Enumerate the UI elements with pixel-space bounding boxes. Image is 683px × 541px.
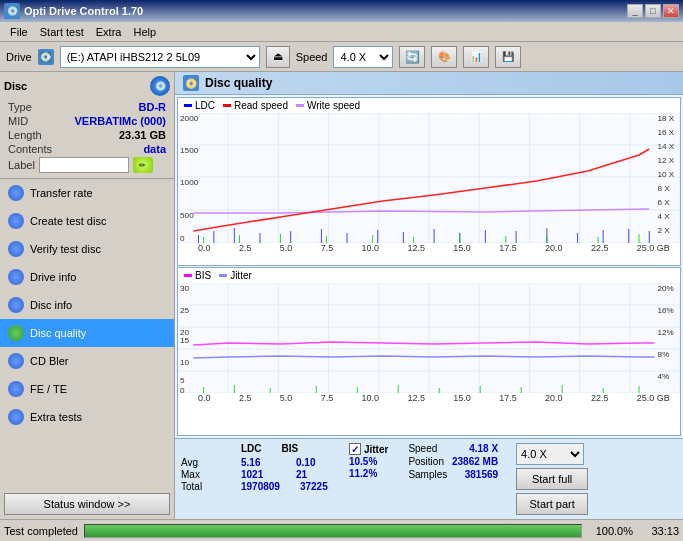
svg-text:2 X: 2 X — [657, 226, 670, 235]
disc-section: Disc 💿 Type BD-R MID VERBATIMc (000) Len… — [0, 72, 174, 179]
transfer-rate-icon — [8, 185, 24, 201]
speed-position-section: Speed 4.18 X Position 23862 MB Samples 3… — [408, 443, 498, 480]
eject-button[interactable]: ⏏ — [266, 46, 290, 68]
svg-text:16%: 16% — [657, 306, 673, 315]
disc-mid-value: VERBATIMc (000) — [75, 115, 166, 127]
menu-help[interactable]: Help — [127, 24, 162, 40]
start-full-button[interactable]: Start full — [516, 468, 588, 490]
avg-row: Avg 5.16 0.10 — [181, 457, 335, 468]
disc-label-input[interactable] — [39, 157, 129, 173]
max-ldc: 1021 — [241, 469, 276, 480]
quality-title: Disc quality — [205, 76, 272, 90]
fe-te-icon — [8, 381, 24, 397]
bottom-chart: BIS Jitter — [177, 267, 681, 436]
svg-text:10: 10 — [180, 358, 190, 367]
start-part-button[interactable]: Start part — [516, 493, 588, 515]
drive-select[interactable]: (E:) ATAPI iHBS212 2 5L09 — [60, 46, 260, 68]
quality-icon: 📀 — [183, 75, 199, 91]
ldc-bis-header: LDC BIS — [181, 443, 335, 456]
quality-header: 📀 Disc quality — [175, 72, 683, 95]
disc-mid-label: MID — [8, 115, 28, 127]
nav-extra-tests-label: Extra tests — [30, 411, 82, 423]
top-chart-area: 2000 1500 1000 500 0 18 X 16 X 14 X 12 X… — [178, 113, 680, 243]
bottom-chart-area: 30 25 20 15 10 5 0 20% 16% 12% 8% 4% — [178, 283, 680, 393]
speed-row: Speed 4.18 X — [408, 443, 498, 454]
bottom-chart-legend: BIS Jitter — [178, 268, 680, 283]
svg-text:16 X: 16 X — [657, 128, 674, 137]
samples-label: Samples — [408, 469, 447, 480]
avg-bis: 0.10 — [296, 457, 331, 468]
jitter-checkbox[interactable]: ✓ — [349, 443, 361, 455]
bis-legend-dot — [184, 274, 192, 277]
nav-items: Transfer rate Create test disc Verify te… — [0, 179, 174, 489]
nav-fe-te[interactable]: FE / TE — [0, 375, 174, 403]
svg-text:8 X: 8 X — [657, 184, 670, 193]
total-ldc: 1970809 — [241, 481, 280, 492]
disc-label-label: Label — [8, 159, 35, 171]
ldc-legend-dot — [184, 104, 192, 107]
disc-label-row: Label ✏ — [4, 156, 170, 174]
ldc-bis-table: LDC BIS Avg 5.16 0.10 Max 1021 21 Tota — [181, 443, 335, 492]
stats-row: LDC BIS Avg 5.16 0.10 Max 1021 21 Tota — [181, 443, 677, 515]
max-bis: 21 — [296, 469, 331, 480]
svg-text:0: 0 — [180, 234, 185, 243]
minimize-button[interactable]: _ — [627, 4, 643, 18]
ldc-legend: LDC — [184, 100, 215, 111]
disc-quality-icon — [8, 325, 24, 341]
top-chart-legend: LDC Read speed Write speed — [178, 98, 680, 113]
speed-static-label: Speed — [408, 443, 437, 454]
svg-text:6 X: 6 X — [657, 198, 670, 207]
progress-bar-inner — [85, 525, 581, 537]
svg-text:14 X: 14 X — [657, 142, 674, 151]
svg-text:1500: 1500 — [180, 146, 199, 155]
cd-bler-icon — [8, 353, 24, 369]
write-speed-legend: Write speed — [296, 100, 360, 111]
right-panel: 📀 Disc quality LDC Read speed — [175, 72, 683, 519]
svg-text:25: 25 — [180, 306, 190, 315]
maximize-button[interactable]: □ — [645, 4, 661, 18]
speed-label: Speed — [296, 51, 328, 63]
menu-start-test[interactable]: Start test — [34, 24, 90, 40]
read-speed-legend-label: Read speed — [234, 100, 288, 111]
left-panel: Disc 💿 Type BD-R MID VERBATIMc (000) Len… — [0, 72, 175, 519]
nav-disc-info[interactable]: Disc info — [0, 291, 174, 319]
label-edit-button[interactable]: ✏ — [133, 157, 153, 173]
nav-create-test-disc-label: Create test disc — [30, 215, 106, 227]
save-button[interactable]: 💾 — [495, 46, 521, 68]
menu-file[interactable]: File — [4, 24, 34, 40]
nav-drive-info-label: Drive info — [30, 271, 76, 283]
color-button[interactable]: 🎨 — [431, 46, 457, 68]
chart-button[interactable]: 📊 — [463, 46, 489, 68]
menu-extra[interactable]: Extra — [90, 24, 128, 40]
position-value: 23862 MB — [452, 456, 498, 467]
read-speed-legend: Read speed — [223, 100, 288, 111]
nav-cd-bler[interactable]: CD Bler — [0, 347, 174, 375]
action-section: 4.0 X Start full Start part — [516, 443, 588, 515]
title-bar-controls: _ □ ✕ — [627, 4, 679, 18]
status-window-button[interactable]: Status window >> — [4, 493, 170, 515]
nav-create-test-disc[interactable]: Create test disc — [0, 207, 174, 235]
drive-label: Drive — [6, 51, 32, 63]
disc-type-row: Type BD-R — [4, 100, 170, 114]
svg-text:30: 30 — [180, 284, 190, 293]
nav-disc-quality[interactable]: Disc quality — [0, 319, 174, 347]
avg-ldc: 5.16 — [241, 457, 276, 468]
nav-transfer-rate-label: Transfer rate — [30, 187, 93, 199]
svg-text:20%: 20% — [657, 284, 673, 293]
speed-select[interactable]: 4.0 X — [333, 46, 393, 68]
nav-verify-test-disc[interactable]: Verify test disc — [0, 235, 174, 263]
nav-extra-tests[interactable]: Extra tests — [0, 403, 174, 431]
refresh-button[interactable]: 🔄 — [399, 46, 425, 68]
quality-speed-select[interactable]: 4.0 X — [516, 443, 584, 465]
nav-drive-info[interactable]: Drive info — [0, 263, 174, 291]
drive-info-icon — [8, 269, 24, 285]
progress-bar-outer — [84, 524, 582, 538]
nav-transfer-rate[interactable]: Transfer rate — [0, 179, 174, 207]
close-button[interactable]: ✕ — [663, 4, 679, 18]
drive-bar: Drive 💽 (E:) ATAPI iHBS212 2 5L09 ⏏ Spee… — [0, 42, 683, 72]
svg-text:2000: 2000 — [180, 114, 199, 123]
verify-test-disc-icon — [8, 241, 24, 257]
jitter-legend-label: Jitter — [230, 270, 252, 281]
disc-length-value: 23.31 GB — [119, 129, 166, 141]
jitter-label: Jitter — [364, 444, 388, 455]
